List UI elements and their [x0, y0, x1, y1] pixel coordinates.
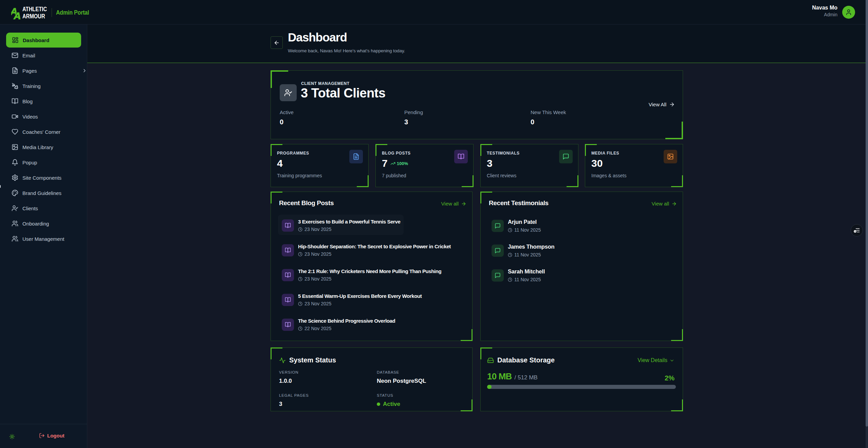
- svg-text:A: A: [13, 10, 21, 19]
